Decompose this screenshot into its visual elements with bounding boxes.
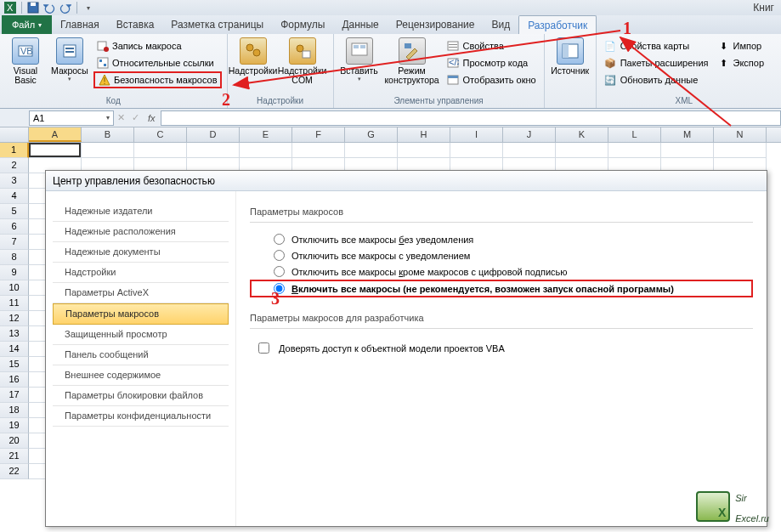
row-header-8[interactable]: 8 xyxy=(0,250,29,265)
row-header-17[interactable]: 17 xyxy=(0,388,29,403)
nav-item[interactable]: Защищенный просмотр xyxy=(53,325,229,345)
row-header-2[interactable]: 2 xyxy=(0,158,29,173)
cell[interactable] xyxy=(608,143,661,158)
row-header-12[interactable]: 12 xyxy=(0,311,29,326)
col-header-I[interactable]: I xyxy=(450,127,503,142)
nav-item[interactable]: Параметры ActiveX xyxy=(53,283,229,303)
tab-insert[interactable]: Вставка xyxy=(108,15,163,34)
row-header-1[interactable]: 1 xyxy=(0,143,29,158)
col-header-M[interactable]: M xyxy=(661,127,714,142)
addins-button[interactable]: Надстройки xyxy=(233,36,274,76)
tab-page-layout[interactable]: Разметка страницы xyxy=(162,15,272,34)
checkbox-trust-vba[interactable]: Доверять доступ к объектной модели проек… xyxy=(250,337,753,359)
col-header-F[interactable]: F xyxy=(292,127,345,142)
row-header-3[interactable]: 3 xyxy=(0,173,29,189)
col-header-G[interactable]: G xyxy=(345,127,398,142)
map-properties-button[interactable]: 📄Свойства карты xyxy=(602,37,711,54)
macro-security-button[interactable]: !Безопасность макросов xyxy=(93,71,222,88)
cell[interactable] xyxy=(82,143,134,158)
cell[interactable] xyxy=(714,143,767,158)
tab-formulas[interactable]: Формулы xyxy=(272,15,333,34)
export-button[interactable]: ⬆Экспор xyxy=(715,54,767,71)
col-header-K[interactable]: K xyxy=(556,127,608,142)
properties-button[interactable]: Свойства xyxy=(444,37,539,54)
nav-item[interactable]: Внешнее содержимое xyxy=(53,365,229,386)
nav-item[interactable]: Надежные издатели xyxy=(53,201,229,222)
row-header-4[interactable]: 4 xyxy=(0,189,29,204)
insert-control-button[interactable]: Вставить▾ xyxy=(339,36,380,82)
col-header-A[interactable]: A xyxy=(29,127,82,142)
nav-item[interactable]: Надстройки xyxy=(53,263,229,283)
tab-data[interactable]: Данные xyxy=(333,15,387,34)
row-header-22[interactable]: 22 xyxy=(0,464,29,479)
row-header-18[interactable]: 18 xyxy=(0,403,29,418)
design-mode-button[interactable]: Режим конструктора xyxy=(383,36,441,85)
tab-view[interactable]: Вид xyxy=(483,15,518,34)
record-macro-button[interactable]: Запись макроса xyxy=(93,37,222,54)
select-all-corner[interactable] xyxy=(0,127,29,142)
file-tab[interactable]: Файл▾ xyxy=(2,15,52,34)
qat-dropdown-icon[interactable]: ▾ xyxy=(82,1,95,14)
cell[interactable] xyxy=(661,143,714,158)
col-header-N[interactable]: N xyxy=(714,127,767,142)
row-header-15[interactable]: 15 xyxy=(0,357,29,372)
radio-disable-except-signed[interactable]: Отключить все макросы кроме макросов с ц… xyxy=(250,263,753,280)
cell[interactable] xyxy=(503,143,556,158)
macros-button[interactable]: Макросы ▾ xyxy=(49,36,90,82)
cell[interactable] xyxy=(187,143,240,158)
col-header-E[interactable]: E xyxy=(240,127,292,142)
col-header-C[interactable]: C xyxy=(134,127,187,142)
row-header-16[interactable]: 16 xyxy=(0,372,29,388)
view-code-button[interactable]: </>Просмотр кода xyxy=(444,54,539,71)
name-box[interactable]: A1▾ xyxy=(29,110,114,126)
row-header-6[interactable]: 6 xyxy=(0,219,29,235)
nav-item[interactable]: Надежные документы xyxy=(53,242,229,263)
nav-item[interactable]: Параметры конфиденциальности xyxy=(53,406,229,427)
import-button[interactable]: ⬇Импор xyxy=(715,37,767,54)
cancel-icon[interactable]: ✕ xyxy=(117,112,125,123)
tab-review[interactable]: Рецензирование xyxy=(388,15,484,34)
radio-enable-all-macros[interactable]: Включить все макросы (не рекомендуется, … xyxy=(250,280,753,297)
enter-icon[interactable]: ✓ xyxy=(132,112,139,123)
row-header-14[interactable]: 14 xyxy=(0,342,29,357)
expansion-packs-button[interactable]: 📦Пакеты расширения xyxy=(602,54,711,71)
col-header-H[interactable]: H xyxy=(398,127,450,142)
formula-input[interactable] xyxy=(161,110,781,126)
row-header-11[interactable]: 11 xyxy=(0,296,29,311)
radio-disable-no-notify[interactable]: Отключить все макросы без уведомления xyxy=(250,231,753,247)
save-icon[interactable] xyxy=(26,1,40,14)
row-header-19[interactable]: 19 xyxy=(0,418,29,433)
radio-disable-with-notify[interactable]: Отключить все макросы с уведомлением xyxy=(250,247,753,263)
row-header-5[interactable]: 5 xyxy=(0,204,29,219)
col-header-L[interactable]: L xyxy=(608,127,661,142)
redo-icon[interactable] xyxy=(59,1,72,14)
fx-icon[interactable]: fx xyxy=(148,113,156,123)
row-header-7[interactable]: 7 xyxy=(0,235,29,250)
com-addins-button[interactable]: Надстройки COM xyxy=(277,36,328,85)
col-header-D[interactable]: D xyxy=(187,127,240,142)
run-dialog-button[interactable]: Отобразить окно xyxy=(444,71,539,88)
col-header-J[interactable]: J xyxy=(503,127,556,142)
cell[interactable] xyxy=(134,143,187,158)
nav-item[interactable]: Надежные расположения xyxy=(53,222,229,242)
cell[interactable] xyxy=(345,143,398,158)
col-header-B[interactable]: B xyxy=(82,127,134,142)
row-header-21[interactable]: 21 xyxy=(0,449,29,464)
visual-basic-button[interactable]: VB Visual Basic xyxy=(5,36,46,85)
row-header-20[interactable]: 20 xyxy=(0,433,29,449)
cell[interactable] xyxy=(556,143,608,158)
cell[interactable] xyxy=(292,143,345,158)
refresh-data-button[interactable]: 🔄Обновить данные xyxy=(602,71,711,88)
row-header-13[interactable]: 13 xyxy=(0,326,29,342)
cell[interactable] xyxy=(240,143,292,158)
nav-item[interactable]: Параметры макросов xyxy=(53,303,229,325)
nav-item[interactable]: Параметры блокировки файлов xyxy=(53,386,229,406)
row-header-10[interactable]: 10 xyxy=(0,280,29,296)
nav-item[interactable]: Панель сообщений xyxy=(53,345,229,365)
tab-developer[interactable]: Разработчик xyxy=(518,15,597,34)
source-button[interactable]: Источник xyxy=(550,36,591,76)
cell[interactable] xyxy=(398,143,450,158)
undo-icon[interactable] xyxy=(42,1,56,14)
relative-refs-button[interactable]: Относительные ссылки xyxy=(93,54,222,71)
cell[interactable] xyxy=(450,143,503,158)
